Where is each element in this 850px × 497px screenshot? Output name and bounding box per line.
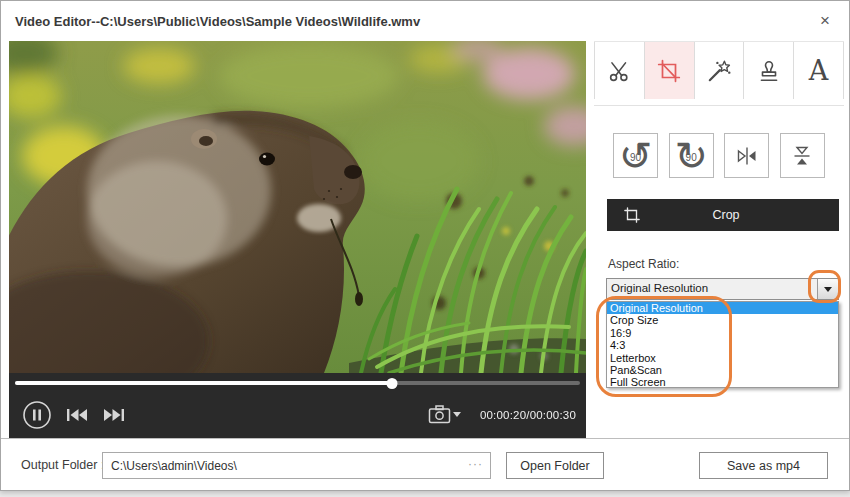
rotate-left-value: 90 xyxy=(614,134,657,177)
next-frame-icon xyxy=(102,406,126,424)
window-title: Video Editor--C:\Users\Public\Videos\Sam… xyxy=(15,14,420,29)
dropdown-option-letterbox[interactable]: Letterbox xyxy=(607,352,838,364)
crop-button-icon xyxy=(623,206,641,224)
video-editor-window: Video Editor--C:\Users\Public\Videos\Sam… xyxy=(0,0,850,491)
flip-horizontal-button[interactable] xyxy=(724,133,769,178)
crop-button-label: Crop xyxy=(641,208,811,222)
aspect-ratio-label: Aspect Ratio: xyxy=(608,257,679,271)
tool-tabs: A xyxy=(594,41,844,99)
output-path-field: ··· xyxy=(102,452,491,479)
scissors-icon xyxy=(606,58,632,84)
tab-text[interactable]: A xyxy=(794,42,844,99)
video-preview-frame xyxy=(9,41,586,373)
tabs-underline xyxy=(594,105,844,106)
chevron-down-icon xyxy=(824,287,832,292)
video-player: 00:00:20/00:00:30 xyxy=(9,41,586,438)
letter-a-icon: A xyxy=(809,57,829,84)
tab-effect[interactable] xyxy=(695,42,745,99)
combobox-value: Original Resolution xyxy=(611,282,708,294)
tab-watermark[interactable] xyxy=(744,42,794,99)
dropdown-option-full-screen[interactable]: Full Screen xyxy=(607,376,838,388)
seek-bar[interactable] xyxy=(15,377,580,389)
snapshot-camera-icon xyxy=(428,405,451,424)
dropdown-option-original-resolution[interactable]: Original Resolution xyxy=(607,302,838,314)
magic-wand-icon xyxy=(706,58,732,84)
crop-icon xyxy=(656,58,682,84)
player-controls: 00:00:20/00:00:30 xyxy=(9,373,586,438)
rotate-right-value: 90 xyxy=(670,134,713,177)
rotate-right-button[interactable]: ↻ 90 xyxy=(669,133,714,178)
close-icon: × xyxy=(820,11,830,30)
time-display: 00:00:20/00:00:30 xyxy=(480,409,576,421)
close-button[interactable]: × xyxy=(814,10,836,32)
rotate-left-button[interactable]: ↺ 90 xyxy=(613,133,658,178)
combobox-dropdown-button[interactable] xyxy=(817,279,838,299)
previous-frame-button[interactable] xyxy=(65,406,89,424)
stamp-icon xyxy=(756,58,782,84)
snapshot-caret-icon xyxy=(453,412,461,417)
seek-played xyxy=(15,381,392,385)
pause-button[interactable] xyxy=(22,400,52,430)
browse-button[interactable]: ··· xyxy=(468,457,483,471)
flip-vertical-button[interactable] xyxy=(780,133,825,178)
tool-panel: A ↺ 90 ↻ 90 xyxy=(594,41,844,438)
dropdown-option-pan-scan[interactable]: Pan&Scan xyxy=(607,364,838,376)
seek-thumb[interactable] xyxy=(386,378,397,389)
dropdown-option-4-3[interactable]: 4:3 xyxy=(607,339,838,351)
tab-trim[interactable] xyxy=(594,42,645,99)
save-as-mp4-button[interactable]: Save as mp4 xyxy=(699,452,828,479)
output-path-input[interactable] xyxy=(103,453,490,478)
next-frame-button[interactable] xyxy=(102,406,126,424)
crop-button[interactable]: Crop xyxy=(607,199,839,231)
tab-crop[interactable] xyxy=(645,42,695,99)
aspect-ratio-combobox[interactable]: Original Resolution xyxy=(606,278,839,300)
output-folder-label: Output Folder : xyxy=(21,458,104,472)
seek-track xyxy=(15,381,580,385)
rotate-flip-row: ↺ 90 ↻ 90 xyxy=(594,133,844,178)
previous-frame-icon xyxy=(65,406,89,424)
snapshot-button[interactable] xyxy=(428,405,461,424)
flip-vertical-icon xyxy=(789,143,815,169)
titlebar: Video Editor--C:\Users\Public\Videos\Sam… xyxy=(1,1,849,41)
dropdown-option-16-9[interactable]: 16:9 xyxy=(607,327,838,339)
dropdown-option-crop-size[interactable]: Crop Size xyxy=(607,314,838,326)
bottom-bar: Output Folder : ··· Open Folder Save as … xyxy=(1,438,849,490)
open-folder-button[interactable]: Open Folder xyxy=(506,452,604,479)
pause-icon xyxy=(22,400,52,430)
flip-horizontal-icon xyxy=(734,143,760,169)
aspect-ratio-dropdown-list: Original Resolution Crop Size 16:9 4:3 L… xyxy=(606,301,839,388)
